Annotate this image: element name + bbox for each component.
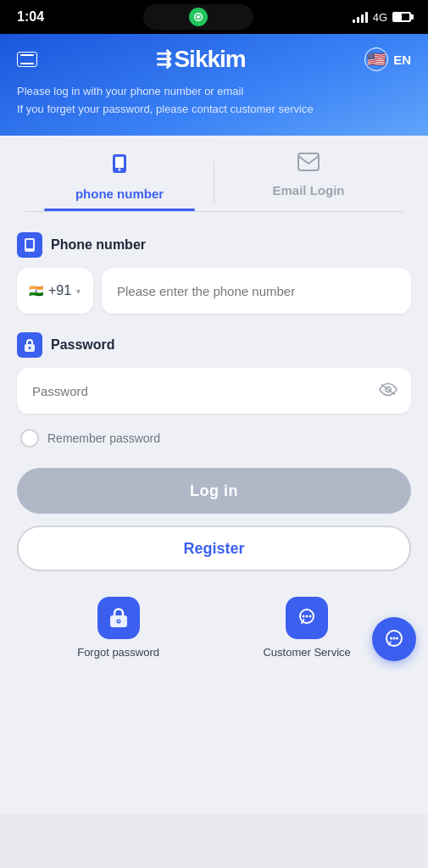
login-button[interactable]: Log in bbox=[17, 468, 411, 514]
password-label-text: Password bbox=[51, 337, 115, 353]
remember-row: Remember password bbox=[17, 429, 411, 448]
status-right: 4G bbox=[353, 11, 411, 24]
phone-input-row: 🇮🇳 +91 ▾ bbox=[17, 268, 411, 314]
svg-rect-2 bbox=[115, 157, 124, 168]
svg-point-20 bbox=[303, 615, 305, 618]
tab-email[interactable]: Email Login bbox=[214, 153, 403, 211]
dropdown-icon: ▾ bbox=[76, 287, 81, 296]
svg-rect-6 bbox=[26, 240, 33, 248]
svg-point-7 bbox=[29, 249, 31, 251]
svg-point-0 bbox=[197, 15, 200, 19]
password-field-label: Password bbox=[17, 332, 411, 358]
svg-point-15 bbox=[396, 637, 398, 640]
app-icon bbox=[189, 8, 208, 26]
logo-arrow-icon: ⇶ bbox=[156, 48, 170, 70]
network-label: 4G bbox=[373, 11, 387, 24]
header-top: ⇶ Sikkim 🇺🇸 EN bbox=[17, 46, 411, 73]
tab-phone[interactable]: phone number bbox=[25, 153, 214, 211]
email-tab-icon bbox=[297, 153, 320, 176]
main-content: phone number Email Login bbox=[0, 136, 428, 814]
tab-email-label: Email Login bbox=[272, 183, 344, 198]
language-button[interactable]: 🇺🇸 EN bbox=[364, 47, 411, 71]
menu-icon[interactable] bbox=[17, 52, 37, 67]
signal-icon bbox=[353, 11, 368, 23]
app-header: ⇶ Sikkim 🇺🇸 EN Please log in with your p… bbox=[0, 34, 428, 136]
tab-phone-label: phone number bbox=[75, 186, 164, 201]
app-logo: ⇶ Sikkim bbox=[156, 46, 245, 73]
header-subtitle: Please log in with your phone number or … bbox=[17, 83, 411, 119]
country-code-value: +91 bbox=[48, 283, 71, 298]
phone-field-label: Phone number bbox=[17, 232, 411, 258]
login-tabs: phone number Email Login bbox=[0, 136, 428, 211]
password-input-wrap bbox=[17, 368, 411, 414]
language-label: EN bbox=[393, 53, 411, 67]
phone-tab-icon bbox=[108, 153, 131, 180]
eye-icon[interactable] bbox=[379, 381, 397, 401]
country-flag-icon: 🇮🇳 bbox=[29, 284, 43, 298]
battery-icon bbox=[392, 12, 411, 22]
svg-rect-4 bbox=[298, 153, 319, 170]
status-bar: 1:04 4G bbox=[0, 0, 428, 34]
svg-point-13 bbox=[390, 637, 392, 640]
password-input[interactable] bbox=[17, 368, 411, 414]
register-button[interactable]: Register bbox=[17, 526, 411, 571]
phone-label-text: Phone number bbox=[51, 237, 146, 253]
bottom-links: Forgot password Customer Service bbox=[0, 580, 428, 667]
phone-label-icon bbox=[17, 232, 42, 258]
customer-service-label: Customer Service bbox=[263, 646, 350, 659]
svg-point-3 bbox=[119, 169, 121, 171]
svg-point-18 bbox=[118, 620, 120, 622]
svg-point-22 bbox=[309, 615, 312, 618]
subtitle-line1: Please log in with your phone number or … bbox=[17, 83, 411, 101]
svg-point-9 bbox=[29, 347, 31, 349]
svg-point-14 bbox=[393, 637, 396, 640]
country-code-button[interactable]: 🇮🇳 +91 ▾ bbox=[17, 268, 93, 314]
status-time: 1:04 bbox=[17, 9, 44, 25]
remember-checkbox[interactable] bbox=[20, 429, 39, 448]
float-chat-button[interactable] bbox=[372, 617, 416, 661]
flag-icon: 🇺🇸 bbox=[364, 47, 388, 71]
logo-label: Sikkim bbox=[174, 46, 245, 73]
login-form: Phone number 🇮🇳 +91 ▾ Password bbox=[0, 212, 428, 580]
remember-label: Remember password bbox=[47, 431, 160, 445]
phone-number-input[interactable] bbox=[102, 268, 411, 314]
svg-point-21 bbox=[306, 615, 308, 618]
forgot-password-link[interactable]: Forgot password bbox=[77, 597, 159, 659]
customer-service-icon bbox=[286, 597, 328, 639]
forgot-password-icon bbox=[97, 597, 140, 639]
password-label-icon bbox=[17, 332, 42, 358]
dynamic-island bbox=[143, 4, 253, 30]
subtitle-line2: If you forget your password, please cont… bbox=[17, 101, 411, 119]
forgot-password-label: Forgot password bbox=[77, 646, 159, 659]
customer-service-link[interactable]: Customer Service bbox=[263, 597, 350, 659]
tab-underline bbox=[44, 209, 195, 211]
